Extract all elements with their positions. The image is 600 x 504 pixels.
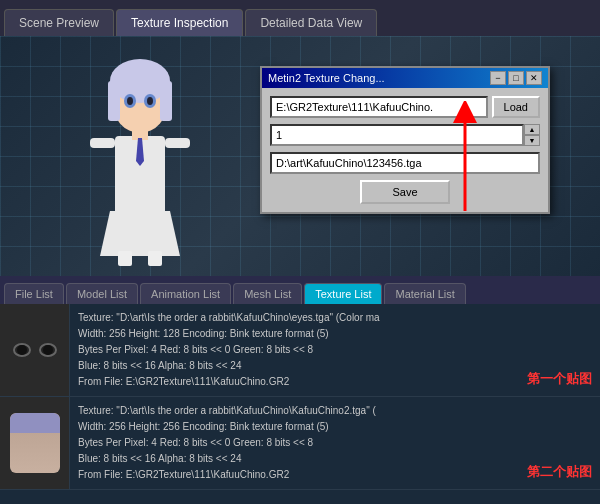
texture-list: Texture: "D:\art\Is the order a rabbit\K…: [0, 304, 600, 504]
tab-file-list[interactable]: File List: [4, 283, 64, 304]
save-button[interactable]: Save: [360, 180, 449, 204]
face-hair: [10, 413, 60, 433]
svg-point-14: [127, 97, 133, 105]
face-thumb: [10, 413, 60, 473]
svg-rect-4: [108, 81, 120, 121]
tab-mesh-list[interactable]: Mesh List: [233, 283, 302, 304]
svg-rect-11: [148, 251, 162, 266]
eye-left: [13, 343, 31, 357]
texture-thumb-2: [0, 397, 70, 489]
svg-point-15: [147, 97, 153, 105]
tab-scene-preview[interactable]: Scene Preview: [4, 9, 114, 36]
load-button[interactable]: Load: [492, 96, 540, 118]
output-path-row: [270, 152, 540, 174]
path-row: Load: [270, 96, 540, 118]
dialog-controls: − □ ✕: [490, 71, 542, 85]
spinner-row: ▲ ▼: [270, 124, 540, 146]
texture-item: Texture: "D:\art\Is the order a rabbit\K…: [0, 304, 600, 397]
tab-material-list[interactable]: Material List: [384, 283, 465, 304]
restore-button[interactable]: □: [508, 71, 524, 85]
texture-label-1: 第一个贴图: [527, 370, 592, 388]
texture-info-1: Texture: "D:\art\Is the order a rabbit\K…: [70, 304, 600, 396]
character-svg: [80, 46, 200, 266]
scene-view: Metin2 Texture Chang... − □ ✕ Load ▲ ▼: [0, 36, 600, 276]
spinner-down[interactable]: ▼: [524, 135, 540, 146]
main-area: Metin2 Texture Chang... − □ ✕ Load ▲ ▼: [0, 36, 600, 504]
top-tab-bar: Scene Preview Texture Inspection Detaile…: [0, 0, 600, 36]
output-path-input[interactable]: [270, 152, 540, 174]
spinner-arrows: ▲ ▼: [524, 124, 540, 146]
tab-detailed-data-view[interactable]: Detailed Data View: [245, 9, 377, 36]
svg-rect-8: [90, 138, 115, 148]
texture-change-dialog: Metin2 Texture Chang... − □ ✕ Load ▲ ▼: [260, 66, 550, 214]
spinner-input[interactable]: [270, 124, 524, 146]
spinner-up[interactable]: ▲: [524, 124, 540, 135]
svg-rect-9: [165, 138, 190, 148]
path-input[interactable]: [270, 96, 488, 118]
tab-texture-inspection[interactable]: Texture Inspection: [116, 9, 243, 36]
character-figure: [50, 46, 230, 266]
svg-rect-10: [118, 251, 132, 266]
dialog-body: Load ▲ ▼ Save: [262, 88, 548, 212]
tab-animation-list[interactable]: Animation List: [140, 283, 231, 304]
texture-label-2: 第二个贴图: [527, 463, 592, 481]
close-button[interactable]: ✕: [526, 71, 542, 85]
save-row: Save: [270, 180, 540, 204]
minimize-button[interactable]: −: [490, 71, 506, 85]
svg-rect-5: [160, 81, 172, 121]
texture-thumb-1: [0, 304, 70, 396]
svg-marker-1: [100, 211, 180, 256]
tab-model-list[interactable]: Model List: [66, 283, 138, 304]
dialog-titlebar: Metin2 Texture Chang... − □ ✕: [262, 68, 548, 88]
texture-info-2: Texture: "D:\art\Is the order a rabbit\K…: [70, 397, 600, 489]
eye-right: [39, 343, 57, 357]
texture-item-2: Texture: "D:\art\Is the order a rabbit\K…: [0, 397, 600, 490]
tab-texture-list[interactable]: Texture List: [304, 283, 382, 304]
dialog-title: Metin2 Texture Chang...: [268, 72, 385, 84]
bottom-tab-bar: File List Model List Animation List Mesh…: [0, 276, 600, 304]
eyes-icon: [13, 343, 57, 357]
